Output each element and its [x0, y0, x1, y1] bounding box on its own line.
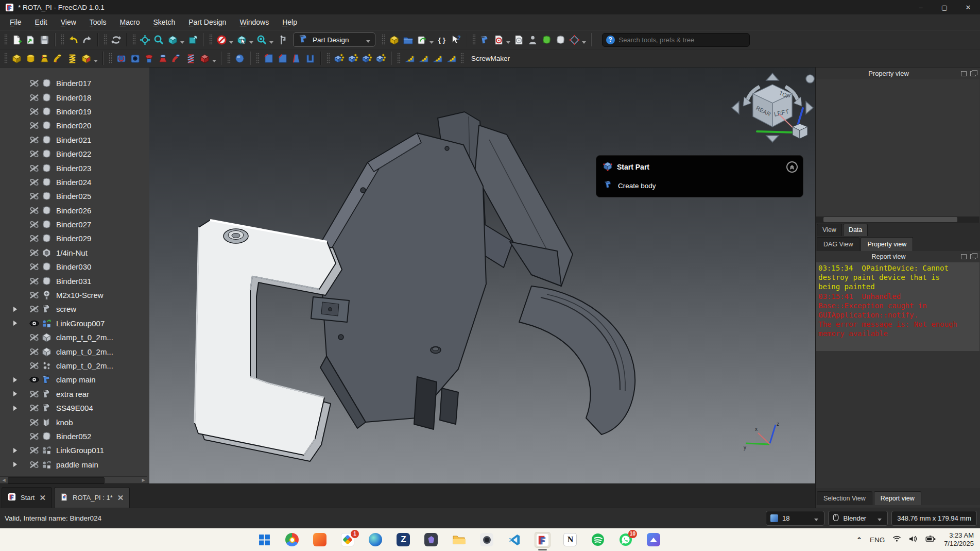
create-sketch-dropdown-icon[interactable] [506, 41, 510, 44]
screw-tool-4-icon[interactable] [444, 52, 458, 65]
tree-item-binder030[interactable]: Binder030 [0, 260, 149, 274]
taskbar-file-explorer-icon[interactable] [451, 532, 467, 548]
dock-float-icon[interactable] [970, 71, 976, 76]
tree-item-m2x10-screw[interactable]: M2x10-Screw [0, 288, 149, 302]
tree-item-paddle-main[interactable]: paddle main [0, 458, 149, 472]
thickness-icon[interactable] [303, 52, 317, 65]
taskbar-spotify-icon[interactable] [590, 532, 606, 548]
tree-item-ss49e004[interactable]: SS49E004 [0, 401, 149, 415]
refresh-icon[interactable] [109, 33, 123, 47]
tab-view[interactable]: View [817, 224, 842, 236]
clock[interactable]: 3:23 AM 7/12/2025 [944, 531, 974, 548]
tree-item-screw[interactable]: screw [0, 302, 149, 316]
toolbar-drag-handle[interactable] [61, 34, 64, 45]
toolbar-drag-handle[interactable] [460, 53, 464, 64]
menu-edit[interactable]: Edit [28, 16, 54, 28]
shape-binder-icon[interactable] [554, 33, 568, 47]
taskbar-app-media-icon[interactable] [646, 532, 662, 548]
close-tab-icon[interactable]: ✕ [117, 493, 124, 503]
tree-item-linkgroup007[interactable]: LinkGroup007 [0, 316, 149, 330]
chamfer-icon[interactable] [276, 52, 289, 65]
fit-all-icon[interactable] [138, 33, 152, 47]
expression-editor-icon[interactable]: { } [435, 33, 449, 47]
subtractive-loft-icon[interactable] [156, 52, 170, 65]
tab-data[interactable]: Data [843, 224, 868, 236]
property-table-empty[interactable] [816, 79, 979, 216]
navigation-style-dropdown[interactable]: Blender [828, 511, 888, 526]
taskbar-whatsapp-icon[interactable]: 10 [618, 532, 634, 548]
create-body-label[interactable]: Create body [618, 182, 656, 190]
screw-tool-2-icon[interactable] [417, 52, 431, 65]
scrollbar-thumb[interactable] [8, 477, 105, 483]
toolbar-drag-handle[interactable] [4, 53, 8, 64]
tree-item-knob[interactable]: knob [0, 415, 149, 429]
tree-item-binder021[interactable]: Binder021 [0, 133, 149, 147]
sphere-primitive-icon[interactable] [233, 52, 247, 65]
fillet-icon[interactable] [262, 52, 276, 65]
tree-item-clamp-t-0-2m-[interactable]: clamp_t_0_2m... [0, 359, 149, 373]
doc-tab-rota-pi-1-[interactable]: ROTA_PI : 1* ✕ [54, 487, 130, 508]
navigation-cube[interactable]: TOP REAR LEFT [724, 70, 815, 147]
undo-icon[interactable] [66, 33, 80, 47]
speaker-icon[interactable] [909, 536, 918, 544]
file-save-icon[interactable] [38, 33, 51, 47]
revolution-icon[interactable] [24, 52, 38, 65]
scroll-left-arrow-icon[interactable]: ◀ [0, 477, 8, 484]
dock-tab-property-view[interactable]: Property view [861, 237, 913, 251]
subtractive-primitive-icon[interactable] [198, 52, 212, 65]
taskbar-photos-icon[interactable]: 1 [340, 532, 356, 548]
zoom-selection-icon[interactable] [152, 33, 166, 47]
menu-sketch[interactable]: Sketch [146, 16, 182, 28]
menu-part-design[interactable]: Part Design [182, 16, 233, 28]
rotate-view-icon[interactable] [255, 33, 269, 47]
pocket-icon[interactable] [114, 52, 128, 65]
hole-icon[interactable] [128, 52, 142, 65]
measure-icon[interactable] [275, 33, 289, 47]
tree-item-binder023[interactable]: Binder023 [0, 161, 149, 175]
expand-arrow-icon[interactable] [13, 321, 22, 326]
taskbar-windows-icon[interactable] [256, 532, 272, 548]
tree-item-clamp-t-0-2m-[interactable]: clamp_t_0_2m... [0, 344, 149, 358]
menu-help[interactable]: Help [276, 16, 304, 28]
view-isometric-icon[interactable] [166, 33, 180, 47]
report-view-log[interactable]: 03:15:34 QPaintDevice: Cannot destroy pa… [816, 262, 979, 351]
battery-icon[interactable] [925, 536, 936, 544]
select-elements-icon[interactable] [235, 33, 249, 47]
polar-pattern-icon[interactable] [360, 52, 374, 65]
appearance-icon[interactable] [540, 33, 554, 47]
tree-item-binder052[interactable]: Binder052 [0, 429, 149, 443]
bottom-tab-report-view[interactable]: Report view [874, 491, 921, 505]
toolbar-drag-handle[interactable] [109, 53, 112, 64]
close-button[interactable]: ✕ [956, 0, 980, 14]
taskbar-edge-icon[interactable] [368, 532, 384, 548]
taskbar-app-lens-icon[interactable] [479, 532, 495, 548]
taskbar-vscode-icon[interactable] [507, 532, 523, 548]
tree-item-linkgroup011[interactable]: LinkGroup011 [0, 443, 149, 457]
whats-this-icon[interactable]: ? [449, 33, 463, 47]
tree-item-binder026[interactable]: Binder026 [0, 204, 149, 218]
toolbar-drag-handle[interactable] [4, 34, 8, 45]
view-isometric-dropdown-icon[interactable] [180, 41, 184, 44]
expand-arrow-icon[interactable] [13, 307, 22, 312]
make-link-dropdown-icon[interactable] [429, 41, 434, 44]
taskbar-browser-chrome-icon[interactable] [284, 532, 300, 548]
create-body-action[interactable]: Create body [596, 173, 803, 191]
create-group-icon[interactable] [401, 33, 415, 47]
screw-tool-3-icon[interactable] [431, 52, 444, 65]
scroll-right-arrow-icon[interactable]: ▶ [140, 477, 147, 484]
close-tab-icon[interactable]: ✕ [39, 493, 46, 503]
menu-macro[interactable]: Macro [113, 16, 147, 28]
dock-tab-dag-view[interactable]: DAG View [817, 237, 859, 251]
expand-arrow-icon[interactable] [13, 391, 22, 396]
tree-item-binder020[interactable]: Binder020 [0, 119, 149, 132]
select-elements-dropdown-icon[interactable] [249, 41, 253, 44]
make-link-icon[interactable] [415, 33, 429, 47]
tree-item-binder027[interactable]: Binder027 [0, 218, 149, 231]
toolbar-drag-handle[interactable] [227, 53, 231, 64]
persistent-section-icon[interactable] [526, 33, 540, 47]
collapse-chevron-icon[interactable] [786, 161, 798, 173]
toolbar-drag-handle[interactable] [132, 34, 136, 45]
tree-item-binder024[interactable]: Binder024 [0, 175, 149, 189]
toolbar-drag-handle[interactable] [382, 34, 385, 45]
tree-item-clamp-main[interactable]: clamp main [0, 373, 149, 387]
